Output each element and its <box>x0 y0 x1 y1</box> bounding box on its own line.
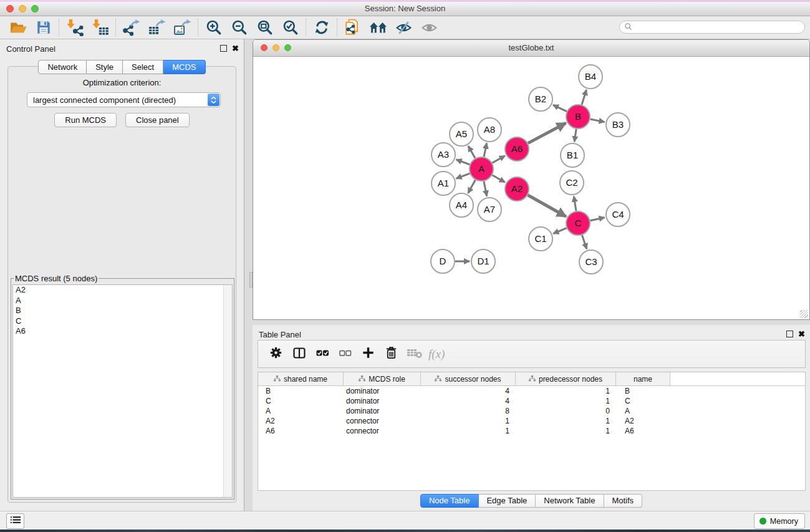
import-table-button[interactable] <box>87 18 113 37</box>
minimize-window-button[interactable] <box>19 5 26 12</box>
export-table-button[interactable] <box>144 18 170 37</box>
graph-edge-A-A2[interactable] <box>492 175 504 182</box>
graph-edge-B-B2[interactable] <box>553 105 567 111</box>
graph-edge-A-A1[interactable] <box>456 173 470 178</box>
table-cell[interactable]: 1 <box>516 386 616 396</box>
graph-edge-A-A7[interactable] <box>484 181 487 196</box>
graph-edge-B-B3[interactable] <box>591 119 605 122</box>
close-panel-button[interactable]: Close panel <box>125 113 190 127</box>
graph-node-A[interactable]: A <box>470 157 493 181</box>
graph-edge-B-B4[interactable] <box>582 90 586 105</box>
show-all-button[interactable] <box>417 18 442 37</box>
float-panel-icon[interactable] <box>220 45 227 52</box>
graph-node-A8[interactable]: A8 <box>478 118 501 142</box>
table-cell[interactable]: B <box>258 386 344 396</box>
close-panel-icon[interactable]: ✖ <box>232 46 239 52</box>
graph-node-A3[interactable]: A3 <box>432 143 455 167</box>
table-cell[interactable]: 1 <box>421 426 516 436</box>
table-cell[interactable]: A <box>258 406 344 416</box>
graph-node-B3[interactable]: B3 <box>606 113 630 137</box>
import-network-button[interactable] <box>62 18 87 37</box>
column-header-successor-nodes[interactable]: successor nodes <box>421 372 516 385</box>
network-canvas[interactable]: B4B2BB3A8A5A6A3B1AA1C2A2A4A7C4CC1C3DD1 <box>253 57 809 320</box>
graph-node-A7[interactable]: A7 <box>478 198 501 221</box>
table-cell[interactable]: A2 <box>616 416 670 426</box>
add-column-button[interactable] <box>357 344 380 364</box>
graph-node-B1[interactable]: B1 <box>561 143 584 167</box>
graph-node-C2[interactable]: C2 <box>560 171 584 195</box>
deselect-all-rows-button[interactable] <box>334 344 357 364</box>
network-zoom-button[interactable] <box>284 44 291 51</box>
tab-network-table[interactable]: Network Table <box>536 494 604 508</box>
column-header-name[interactable]: name <box>616 372 670 385</box>
export-network-button[interactable] <box>118 18 144 37</box>
function-builder-button[interactable]: f(x) <box>428 347 445 361</box>
graph-edge-A-A3[interactable] <box>456 160 470 165</box>
tab-edge-table[interactable]: Edge Table <box>478 494 536 508</box>
table-cell[interactable]: A6 <box>258 426 344 436</box>
network-close-button[interactable] <box>261 44 268 51</box>
network-minimize-button[interactable] <box>272 44 279 51</box>
graph-node-C[interactable]: C <box>566 211 590 235</box>
run-mcds-button[interactable]: Run MCDS <box>54 113 117 127</box>
result-scrollbar[interactable] <box>223 285 232 497</box>
tab-mcds[interactable]: MCDS <box>163 60 205 74</box>
graph-edge-A2-C[interactable] <box>528 195 566 216</box>
table-cell[interactable]: dominator <box>344 406 421 416</box>
table-row[interactable]: A2connector11A2 <box>258 416 805 426</box>
open-session-button[interactable] <box>5 18 31 37</box>
graph-edge-A-A8[interactable] <box>484 143 487 157</box>
graph-edge-A-A5[interactable] <box>468 146 475 158</box>
close-table-panel-icon[interactable]: ✖ <box>798 331 805 337</box>
graph-edge-C-C4[interactable] <box>591 218 605 221</box>
graph-edge-C-C3[interactable] <box>582 235 587 249</box>
graph-node-B4[interactable]: B4 <box>579 65 602 89</box>
table-cell[interactable]: A <box>616 406 670 416</box>
table-cell[interactable]: 1 <box>516 426 616 436</box>
graph-edge-B-B1[interactable] <box>574 129 576 142</box>
table-cell[interactable]: 1 <box>516 416 616 426</box>
table-cell[interactable]: 4 <box>421 396 516 406</box>
tab-node-table[interactable]: Node Table <box>420 494 479 508</box>
panel-splitter-handle[interactable] <box>249 272 253 288</box>
graph-node-A6[interactable]: A6 <box>505 137 529 161</box>
table-row[interactable]: Adominator80A <box>258 406 805 416</box>
graph-node-A2[interactable]: A2 <box>505 177 529 201</box>
table-cell[interactable]: dominator <box>344 396 421 406</box>
mcds-result-item[interactable]: A2 <box>13 285 232 296</box>
table-cell[interactable]: A2 <box>258 416 344 426</box>
table-cell[interactable]: 1 <box>421 416 516 426</box>
toggle-columns-button[interactable] <box>287 344 311 364</box>
table-row[interactable]: Cdominator41C <box>258 396 805 406</box>
tab-select[interactable]: Select <box>123 60 163 74</box>
table-cell[interactable]: 1 <box>516 396 616 406</box>
network-graph[interactable]: B4B2BB3A8A5A6A3B1AA1C2A2A4A7C4CC1C3DD1 <box>253 57 809 320</box>
graph-node-A4[interactable]: A4 <box>450 193 473 217</box>
graph-node-A5[interactable]: A5 <box>450 122 473 146</box>
graph-edge-C-C1[interactable] <box>553 228 566 234</box>
table-settings-button[interactable] <box>264 344 287 364</box>
table-row[interactable]: Bdominator41B <box>258 386 805 396</box>
new-network-from-selection-button[interactable] <box>340 18 365 37</box>
graph-edge-A-A4[interactable] <box>468 180 476 193</box>
table-cell[interactable]: connector <box>344 416 421 426</box>
table-cell[interactable]: B <box>616 386 670 396</box>
optimization-criterion-select[interactable]: largest connected component (directed) <box>27 92 221 107</box>
graph-node-D[interactable]: D <box>431 249 455 273</box>
mcds-result-item[interactable]: C <box>13 316 232 327</box>
zoom-out-button[interactable] <box>226 18 252 37</box>
column-header-shared-name[interactable]: shared name <box>258 372 344 385</box>
refresh-button[interactable] <box>309 18 334 37</box>
task-history-button[interactable] <box>6 513 24 529</box>
table-row[interactable]: A6connector11A6 <box>258 426 805 436</box>
graph-node-B[interactable]: B <box>566 105 590 128</box>
float-table-panel-icon[interactable] <box>786 331 793 337</box>
table-cell[interactable]: C <box>258 396 344 406</box>
graph-node-D1[interactable]: D1 <box>471 249 495 273</box>
graph-edge-A6-B[interactable] <box>528 123 566 143</box>
mcds-result-item[interactable]: A6 <box>13 326 232 337</box>
graph-node-C3[interactable]: C3 <box>579 250 603 274</box>
delete-columns-button[interactable] <box>380 344 403 364</box>
graph-node-C4[interactable]: C4 <box>606 203 630 226</box>
zoom-window-button[interactable] <box>31 5 39 12</box>
